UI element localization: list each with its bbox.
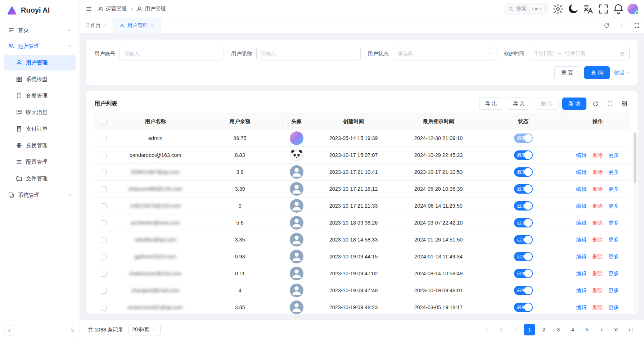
row-checkbox[interactable]: [101, 271, 107, 277]
scrollbar-thumb[interactable]: [634, 132, 636, 183]
export-button[interactable]: 导 出: [479, 98, 503, 110]
notifications-button[interactable]: [612, 3, 625, 15]
edit-link[interactable]: 编辑: [576, 152, 586, 158]
row-checkbox[interactable]: [101, 186, 107, 192]
sidebar-subitem[interactable]: 支付订单: [4, 121, 76, 137]
pin-icon[interactable]: [69, 327, 75, 334]
more-link[interactable]: 更多: [609, 220, 619, 226]
row-checkbox[interactable]: [101, 153, 107, 158]
collapse-filters-link[interactable]: 收起: [614, 69, 630, 76]
account-input[interactable]: [120, 47, 224, 60]
page-button-5[interactable]: 5: [581, 324, 593, 335]
status-toggle[interactable]: 启用: [514, 235, 533, 244]
prev-page-button[interactable]: [509, 324, 521, 335]
delete-link[interactable]: 删除: [593, 254, 603, 259]
edit-link[interactable]: 编辑: [576, 220, 586, 226]
table-fullscreen-button[interactable]: [604, 98, 615, 109]
sidebar-subitem[interactable]: 套餐管理: [4, 88, 76, 104]
edit-link[interactable]: 编辑: [576, 271, 586, 276]
edit-link[interactable]: 编辑: [576, 169, 586, 175]
status-toggle[interactable]: 启用: [514, 286, 533, 295]
edit-link[interactable]: 编辑: [576, 237, 586, 243]
delete-link[interactable]: 删除: [593, 271, 603, 276]
page-button-4[interactable]: 4: [567, 324, 578, 335]
fullscreen-button[interactable]: [597, 3, 609, 15]
next-5-pages-button[interactable]: [610, 324, 622, 335]
edit-link[interactable]: 编辑: [576, 288, 586, 293]
tabs-menu-button[interactable]: [614, 18, 629, 33]
sidebar-subitem[interactable]: 文件管理: [4, 171, 76, 186]
edit-link[interactable]: 编辑: [576, 254, 586, 259]
edit-link[interactable]: 编辑: [576, 304, 586, 310]
search-button[interactable]: 查 询: [584, 66, 610, 79]
reset-button[interactable]: 重 置: [554, 66, 580, 79]
more-link[interactable]: 更多: [609, 186, 619, 192]
edit-link[interactable]: 编辑: [576, 203, 586, 209]
table-scrollbar[interactable]: [634, 132, 636, 311]
sidebar-collapse-button[interactable]: [4, 325, 15, 336]
row-checkbox[interactable]: [101, 203, 107, 209]
content-fullscreen-button[interactable]: [629, 18, 644, 33]
table-columns-button[interactable]: [619, 98, 630, 109]
row-checkbox[interactable]: [101, 305, 107, 311]
more-link[interactable]: 更多: [609, 271, 619, 276]
page-button-2[interactable]: 2: [538, 324, 550, 335]
delete-link[interactable]: 删除: [593, 203, 603, 209]
delete-link[interactable]: 删除: [593, 169, 603, 175]
last-page-button[interactable]: [625, 324, 636, 335]
nickname-input[interactable]: [256, 47, 361, 60]
add-button[interactable]: 新 增: [562, 98, 586, 110]
first-page-button[interactable]: [481, 324, 492, 335]
page-button-1[interactable]: 1: [524, 324, 535, 335]
tab-close-icon[interactable]: [104, 23, 108, 27]
user-avatar-button[interactable]: [627, 4, 638, 14]
status-toggle[interactable]: 启用: [514, 252, 533, 261]
prev-5-pages-button[interactable]: [495, 324, 506, 335]
import-button[interactable]: 导 入: [507, 98, 531, 110]
dark-mode-button[interactable]: [567, 3, 579, 15]
status-toggle[interactable]: 启用: [514, 269, 533, 278]
row-checkbox[interactable]: [101, 254, 107, 260]
global-search[interactable]: 搜索 Ctrl K: [504, 3, 549, 15]
sidebar-item[interactable]: 系统管理: [4, 187, 76, 203]
hamburger-menu-icon[interactable]: [86, 6, 92, 12]
delete-link[interactable]: 删除: [593, 304, 603, 310]
page-size-select[interactable]: 20条/页: [128, 324, 160, 335]
delete-link[interactable]: 删除: [593, 220, 603, 226]
breadcrumb-item[interactable]: 运营管理: [97, 5, 127, 12]
more-link[interactable]: 更多: [609, 203, 619, 209]
breadcrumb-item[interactable]: 用户管理: [136, 5, 166, 12]
status-toggle[interactable]: 启用: [514, 134, 533, 143]
tab[interactable]: 用户管理: [114, 18, 161, 33]
next-page-button[interactable]: [596, 324, 607, 335]
more-link[interactable]: 更多: [609, 152, 619, 158]
status-select[interactable]: 请选择: [393, 47, 496, 60]
select-all-checkbox[interactable]: [101, 119, 107, 125]
sidebar-item[interactable]: 首页: [4, 22, 76, 38]
sidebar-subitem[interactable]: 配置管理: [4, 154, 76, 170]
row-checkbox[interactable]: [101, 170, 107, 175]
delete-link[interactable]: 删除: [593, 152, 603, 158]
status-toggle[interactable]: 启用: [514, 150, 533, 160]
language-button[interactable]: [582, 3, 594, 15]
sidebar-subitem[interactable]: 兑换管理: [4, 137, 76, 153]
sidebar-subitem[interactable]: 聊天消息: [4, 104, 76, 120]
status-toggle[interactable]: 启用: [514, 167, 533, 177]
row-checkbox[interactable]: [101, 237, 107, 243]
page-button-3[interactable]: 3: [553, 324, 564, 335]
table-refresh-button[interactable]: [590, 98, 601, 109]
delete-link[interactable]: 删除: [593, 186, 603, 192]
delete-link[interactable]: 删除: [593, 288, 603, 293]
tab-close-icon[interactable]: [150, 23, 154, 27]
more-link[interactable]: 更多: [609, 254, 619, 259]
tabs-refresh-button[interactable]: [599, 18, 614, 33]
row-checkbox[interactable]: [101, 220, 107, 226]
status-toggle[interactable]: 启用: [514, 218, 533, 227]
more-link[interactable]: 更多: [609, 169, 619, 175]
sidebar-subitem[interactable]: 用户管理: [4, 55, 76, 71]
status-toggle[interactable]: 启用: [514, 201, 533, 211]
date-range-picker[interactable]: 开始日期 结束日期: [529, 47, 630, 60]
sidebar-subitem[interactable]: 系统模型: [4, 71, 76, 87]
edit-link[interactable]: 编辑: [576, 186, 586, 192]
status-toggle[interactable]: 启用: [514, 184, 533, 194]
